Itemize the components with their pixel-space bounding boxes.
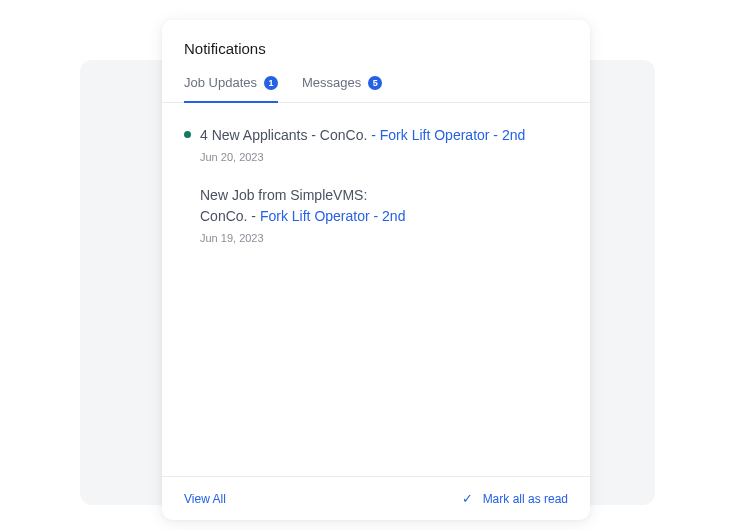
card-footer: View All ✓ Mark all as read (162, 476, 590, 520)
notifications-list: 4 New Applicants - ConCo. - Fork Lift Op… (162, 103, 590, 476)
mark-read-label: Mark all as read (483, 492, 568, 506)
unread-dot-icon (184, 131, 191, 138)
notification-item[interactable]: New Job from SimpleVMS: ConCo. - Fork Li… (184, 185, 568, 244)
notification-text: 4 New Applicants - ConCo. - Fork Lift Op… (200, 125, 568, 145)
notification-text: ConCo. - Fork Lift Operator - 2nd (200, 206, 568, 226)
notification-link[interactable]: Fork Lift Operator - 2nd (260, 208, 406, 224)
card-header: Notifications Job Updates 1 Messages 5 (162, 20, 590, 103)
notification-prefix: New Job from SimpleVMS: (200, 187, 367, 203)
notification-sep: - (367, 127, 379, 143)
tab-label: Messages (302, 75, 361, 90)
tab-messages[interactable]: Messages 5 (302, 75, 382, 102)
check-icon: ✓ (462, 491, 473, 506)
mark-all-read-button[interactable]: ✓ Mark all as read (462, 491, 568, 506)
notification-date: Jun 19, 2023 (200, 232, 568, 244)
tab-label: Job Updates (184, 75, 257, 90)
card-title: Notifications (184, 40, 568, 57)
view-all-link[interactable]: View All (184, 492, 226, 506)
tab-badge: 1 (264, 76, 278, 90)
notification-line2-prefix: ConCo. - (200, 208, 260, 224)
tab-job-updates[interactable]: Job Updates 1 (184, 75, 278, 102)
notification-text: New Job from SimpleVMS: (200, 185, 568, 205)
notification-item[interactable]: 4 New Applicants - ConCo. - Fork Lift Op… (184, 125, 568, 163)
notification-link[interactable]: Fork Lift Operator - 2nd (380, 127, 526, 143)
notification-prefix: 4 New Applicants - ConCo. (200, 127, 367, 143)
notifications-card: Notifications Job Updates 1 Messages 5 4… (162, 20, 590, 520)
notification-date: Jun 20, 2023 (200, 151, 568, 163)
tab-badge: 5 (368, 76, 382, 90)
tabs: Job Updates 1 Messages 5 (162, 75, 590, 103)
